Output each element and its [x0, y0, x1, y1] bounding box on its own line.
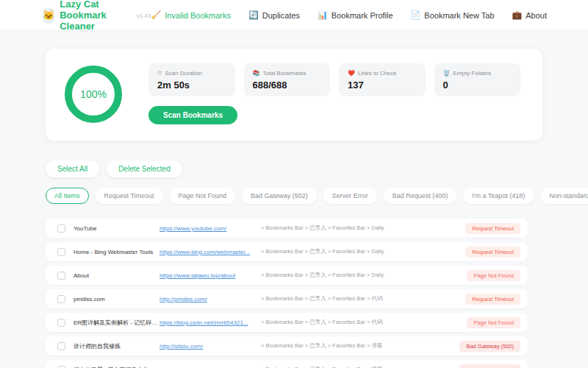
bookmark-url-link[interactable]: http://pmdiss.com/ — [159, 296, 255, 302]
bookmark-row: 设计师的自我修炼 http://izlisiu.com/ > Bookmarks… — [46, 336, 528, 355]
status-filter-bar: All Items Request Timeout Page Not Found… — [46, 188, 542, 204]
bookmark-url-link[interactable]: https://blog.csdn.net/zmr654321... — [159, 319, 255, 326]
row-checkbox[interactable] — [57, 342, 65, 350]
bookmark-title: pmdiss.com — [74, 296, 159, 302]
nav-duplicates[interactable]: 🔄 Duplicates — [248, 11, 300, 20]
broom-icon: 🧹 — [151, 11, 161, 19]
status-badge: Request Timeout — [465, 247, 520, 258]
nav-bookmark-new-tab[interactable]: 📄 Bookmark New Tab — [411, 11, 495, 20]
row-checkbox[interactable] — [57, 224, 65, 233]
filter-page-not-found[interactable]: Page Not Found — [170, 188, 236, 204]
filter-non-standard-error[interactable]: Non-standard Error (468) — [540, 188, 588, 204]
bookmark-folder-path: > Bookmarks Bar > 已导入 > Favorites Bar > … — [255, 342, 459, 350]
heart-icon: ❤️ — [348, 71, 355, 77]
status-badge: Bad Gateway (502) — [459, 364, 520, 368]
bookmark-url-link[interactable]: https://www.youtube.com/ — [159, 225, 255, 232]
select-all-button[interactable]: Select All — [46, 160, 99, 177]
nav-label: Invalid Bookmarks — [165, 11, 231, 20]
bookmark-folder-path: > Bookmarks Bar > 已导入 > Favorites Bar > … — [255, 272, 467, 279]
duplicates-icon: 🔄 — [248, 11, 259, 19]
bookmark-row: pmdiss.com http://pmdiss.com/ > Bookmark… — [46, 289, 528, 308]
bookmark-row: YouTube https://www.youtube.com/ > Bookm… — [46, 219, 528, 238]
filter-request-timeout[interactable]: Request Timeout — [96, 188, 163, 204]
delete-selected-button[interactable]: Delete Selected — [107, 160, 182, 177]
bookmark-folder-path: > Bookmarks Bar > 已导入 > Favorites Bar > … — [255, 248, 465, 255]
row-checkbox[interactable] — [57, 248, 65, 256]
trash-icon: 🗑️ — [443, 71, 451, 77]
row-checkbox[interactable] — [57, 272, 65, 280]
row-checkbox[interactable] — [57, 366, 65, 368]
bookmark-row: 行走的风景 | 用文字记录人生的风景 http://www.quoker.org… — [46, 360, 528, 368]
bookmark-folder-path: > Bookmarks Bar > 已导入 > Favorites Bar > … — [255, 295, 465, 302]
stat-scan-duration: ⏱ Scan Duration 2m 50s — [148, 63, 235, 96]
nav-label: Duplicates — [262, 11, 300, 20]
scan-bookmarks-button[interactable]: Scan Bookmarks — [148, 106, 237, 124]
bookmark-url-link[interactable]: https://www.bing.com/webmaster... — [159, 249, 255, 255]
nav-invalid-bookmarks[interactable]: 🧹 Invalid Bookmarks — [151, 11, 231, 20]
bookmark-title: ER图详解及实例解析 - 记忆碎片的... — [74, 319, 159, 327]
nav-bookmark-profile[interactable]: 📊 Bookmark Profile — [318, 11, 393, 20]
bar-chart-icon: 📊 — [318, 11, 328, 19]
bookmark-url-link[interactable]: http://izlisiu.com/ — [159, 343, 255, 350]
stat-label: Total Bookmarks — [262, 70, 306, 77]
brand: 🐱 Lazy Cat Bookmark Cleaner v1.43 — [43, 0, 151, 32]
main-nav: 🧹 Invalid Bookmarks 🔄 Duplicates 📊 Bookm… — [151, 11, 547, 20]
status-badge: Page Not Found — [467, 317, 520, 328]
books-icon: 📚 — [253, 71, 260, 77]
bulk-actions: Select All Delete Selected — [46, 160, 542, 177]
app-header: 🐱 Lazy Cat Bookmark Cleaner v1.43 🧹 Inva… — [0, 0, 588, 31]
bookmark-title: 设计师的自我修炼 — [74, 342, 159, 350]
stat-value: 137 — [348, 79, 417, 91]
bookmark-url-link[interactable]: https://www.lajiawu.top/about — [159, 272, 255, 279]
stats-row: ⏱ Scan Duration 2m 50s 📚 Total Bookmarks… — [148, 63, 520, 96]
timer-icon: ⏱ — [157, 71, 162, 77]
nav-label: Bookmark Profile — [331, 11, 393, 20]
filter-all-items[interactable]: All Items — [46, 188, 89, 204]
bookmark-folder-path: > Bookmarks Bar > 已导入 > Favorites Bar > … — [255, 224, 465, 232]
status-badge: Request Timeout — [465, 223, 520, 234]
nav-label: About — [526, 11, 547, 20]
bookmark-title: Home - Bing Webmaster Tools — [74, 249, 159, 255]
app-title: Lazy Cat Bookmark Cleaner — [60, 0, 129, 32]
filter-bad-request[interactable]: Bad Request (400) — [384, 188, 457, 204]
stat-value: 0 — [443, 79, 512, 91]
bookmark-folder-path: > Bookmarks Bar > 已导入 > Favorites Bar > … — [255, 319, 467, 326]
filter-bad-gateway[interactable]: Bad Gateway (502) — [242, 188, 317, 204]
lazy-cat-logo-icon: 🐱 — [43, 7, 54, 24]
row-checkbox[interactable] — [57, 319, 65, 327]
briefcase-icon: 💼 — [512, 11, 523, 19]
stat-links-to-check: ❤️ Links to Check 137 — [339, 63, 426, 96]
status-badge: Bad Gateway (502) — [459, 341, 520, 352]
page-icon: 📄 — [411, 11, 421, 19]
bookmark-title: About — [74, 272, 159, 279]
stat-label: Links to Check — [358, 70, 396, 77]
stat-label: Scan Duration — [165, 70, 202, 77]
scan-summary-card: 100% ⏱ Scan Duration 2m 50s 📚 Total Book… — [46, 49, 542, 141]
app-version: v1.43 — [137, 13, 151, 19]
status-badge: Page Not Found — [467, 270, 520, 281]
nav-about[interactable]: 💼 About — [512, 11, 547, 20]
scan-progress-value: 100% — [80, 88, 107, 100]
nav-label: Bookmark New Tab — [424, 11, 494, 20]
bookmark-row: ER图详解及实例解析 - 记忆碎片的... https://blog.csdn.… — [46, 313, 528, 332]
scan-progress-ring: 100% — [65, 66, 122, 123]
bookmark-title: YouTube — [74, 225, 159, 232]
stat-label: Empty Folders — [453, 70, 491, 77]
stat-value: 2m 50s — [157, 79, 226, 91]
invalid-bookmark-list: YouTube https://www.youtube.com/ > Bookm… — [46, 219, 528, 368]
bookmark-title: 行走的风景 | 用文字记录人生的风景 — [74, 366, 159, 368]
stat-value: 688/688 — [253, 79, 322, 91]
filter-teapot[interactable]: I'm a Teapot (418) — [463, 188, 534, 204]
bookmark-row: About https://www.lajiawu.top/about > Bo… — [46, 266, 528, 285]
filter-server-error[interactable]: Server Error — [323, 188, 377, 204]
status-badge: Request Timeout — [465, 294, 520, 305]
stat-total-bookmarks: 📚 Total Bookmarks 688/688 — [244, 63, 331, 96]
row-checkbox[interactable] — [57, 295, 65, 303]
bookmark-row: Home - Bing Webmaster Tools https://www.… — [46, 242, 528, 261]
stat-empty-folders: 🗑️ Empty Folders 0 — [434, 63, 521, 96]
